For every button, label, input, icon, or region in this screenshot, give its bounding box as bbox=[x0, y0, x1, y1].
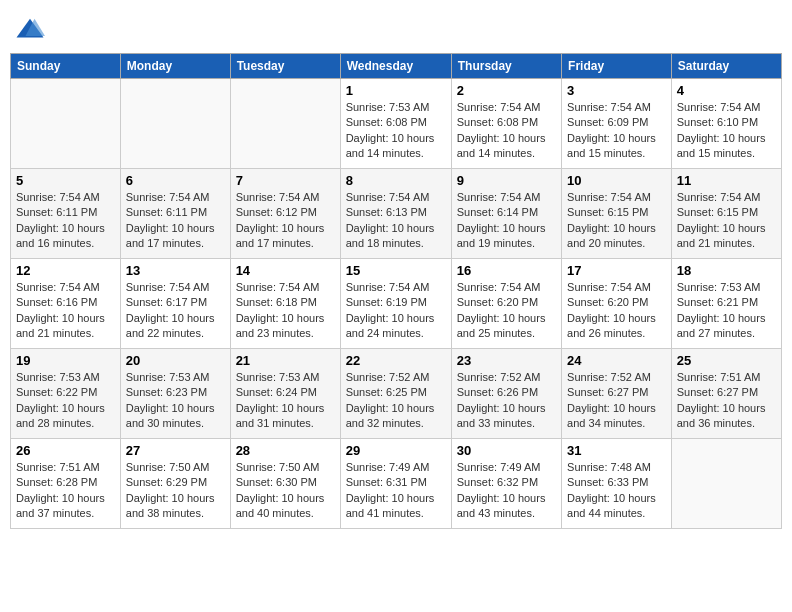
calendar-cell: 28Sunrise: 7:50 AMSunset: 6:30 PMDayligh… bbox=[230, 439, 340, 529]
day-number: 19 bbox=[16, 353, 115, 368]
day-number: 23 bbox=[457, 353, 556, 368]
day-header-sunday: Sunday bbox=[11, 54, 121, 79]
logo-icon bbox=[15, 15, 45, 45]
calendar-cell: 3Sunrise: 7:54 AMSunset: 6:09 PMDaylight… bbox=[562, 79, 672, 169]
day-number: 8 bbox=[346, 173, 446, 188]
calendar-cell: 29Sunrise: 7:49 AMSunset: 6:31 PMDayligh… bbox=[340, 439, 451, 529]
day-number: 13 bbox=[126, 263, 225, 278]
calendar-week-2: 5Sunrise: 7:54 AMSunset: 6:11 PMDaylight… bbox=[11, 169, 782, 259]
day-info: Sunrise: 7:54 AMSunset: 6:13 PMDaylight:… bbox=[346, 190, 446, 252]
day-number: 6 bbox=[126, 173, 225, 188]
logo bbox=[15, 15, 49, 45]
calendar-cell: 15Sunrise: 7:54 AMSunset: 6:19 PMDayligh… bbox=[340, 259, 451, 349]
day-info: Sunrise: 7:54 AMSunset: 6:09 PMDaylight:… bbox=[567, 100, 666, 162]
calendar-cell: 5Sunrise: 7:54 AMSunset: 6:11 PMDaylight… bbox=[11, 169, 121, 259]
day-info: Sunrise: 7:50 AMSunset: 6:29 PMDaylight:… bbox=[126, 460, 225, 522]
day-info: Sunrise: 7:54 AMSunset: 6:14 PMDaylight:… bbox=[457, 190, 556, 252]
calendar-cell: 10Sunrise: 7:54 AMSunset: 6:15 PMDayligh… bbox=[562, 169, 672, 259]
day-info: Sunrise: 7:54 AMSunset: 6:17 PMDaylight:… bbox=[126, 280, 225, 342]
calendar-week-4: 19Sunrise: 7:53 AMSunset: 6:22 PMDayligh… bbox=[11, 349, 782, 439]
day-header-friday: Friday bbox=[562, 54, 672, 79]
day-info: Sunrise: 7:50 AMSunset: 6:30 PMDaylight:… bbox=[236, 460, 335, 522]
calendar-cell: 13Sunrise: 7:54 AMSunset: 6:17 PMDayligh… bbox=[120, 259, 230, 349]
day-number: 12 bbox=[16, 263, 115, 278]
day-header-wednesday: Wednesday bbox=[340, 54, 451, 79]
day-header-saturday: Saturday bbox=[671, 54, 781, 79]
day-info: Sunrise: 7:54 AMSunset: 6:12 PMDaylight:… bbox=[236, 190, 335, 252]
day-info: Sunrise: 7:54 AMSunset: 6:18 PMDaylight:… bbox=[236, 280, 335, 342]
calendar-cell: 20Sunrise: 7:53 AMSunset: 6:23 PMDayligh… bbox=[120, 349, 230, 439]
day-number: 16 bbox=[457, 263, 556, 278]
day-info: Sunrise: 7:52 AMSunset: 6:27 PMDaylight:… bbox=[567, 370, 666, 432]
calendar-header-row: SundayMondayTuesdayWednesdayThursdayFrid… bbox=[11, 54, 782, 79]
calendar-cell: 25Sunrise: 7:51 AMSunset: 6:27 PMDayligh… bbox=[671, 349, 781, 439]
page-header bbox=[10, 10, 782, 45]
calendar-cell: 11Sunrise: 7:54 AMSunset: 6:15 PMDayligh… bbox=[671, 169, 781, 259]
calendar-cell bbox=[120, 79, 230, 169]
calendar-cell bbox=[11, 79, 121, 169]
day-info: Sunrise: 7:54 AMSunset: 6:20 PMDaylight:… bbox=[457, 280, 556, 342]
calendar-cell: 30Sunrise: 7:49 AMSunset: 6:32 PMDayligh… bbox=[451, 439, 561, 529]
calendar-cell: 1Sunrise: 7:53 AMSunset: 6:08 PMDaylight… bbox=[340, 79, 451, 169]
day-info: Sunrise: 7:54 AMSunset: 6:15 PMDaylight:… bbox=[677, 190, 776, 252]
day-header-monday: Monday bbox=[120, 54, 230, 79]
day-info: Sunrise: 7:53 AMSunset: 6:23 PMDaylight:… bbox=[126, 370, 225, 432]
day-number: 20 bbox=[126, 353, 225, 368]
day-number: 9 bbox=[457, 173, 556, 188]
day-number: 14 bbox=[236, 263, 335, 278]
calendar-week-3: 12Sunrise: 7:54 AMSunset: 6:16 PMDayligh… bbox=[11, 259, 782, 349]
calendar-body: 1Sunrise: 7:53 AMSunset: 6:08 PMDaylight… bbox=[11, 79, 782, 529]
day-info: Sunrise: 7:54 AMSunset: 6:08 PMDaylight:… bbox=[457, 100, 556, 162]
day-number: 11 bbox=[677, 173, 776, 188]
calendar-cell: 14Sunrise: 7:54 AMSunset: 6:18 PMDayligh… bbox=[230, 259, 340, 349]
day-info: Sunrise: 7:48 AMSunset: 6:33 PMDaylight:… bbox=[567, 460, 666, 522]
calendar-cell: 17Sunrise: 7:54 AMSunset: 6:20 PMDayligh… bbox=[562, 259, 672, 349]
day-info: Sunrise: 7:54 AMSunset: 6:11 PMDaylight:… bbox=[126, 190, 225, 252]
day-number: 2 bbox=[457, 83, 556, 98]
day-number: 10 bbox=[567, 173, 666, 188]
day-number: 31 bbox=[567, 443, 666, 458]
calendar-cell bbox=[230, 79, 340, 169]
calendar-cell: 9Sunrise: 7:54 AMSunset: 6:14 PMDaylight… bbox=[451, 169, 561, 259]
day-number: 24 bbox=[567, 353, 666, 368]
calendar-cell: 18Sunrise: 7:53 AMSunset: 6:21 PMDayligh… bbox=[671, 259, 781, 349]
calendar-cell: 12Sunrise: 7:54 AMSunset: 6:16 PMDayligh… bbox=[11, 259, 121, 349]
calendar-week-5: 26Sunrise: 7:51 AMSunset: 6:28 PMDayligh… bbox=[11, 439, 782, 529]
calendar-cell: 19Sunrise: 7:53 AMSunset: 6:22 PMDayligh… bbox=[11, 349, 121, 439]
day-info: Sunrise: 7:52 AMSunset: 6:25 PMDaylight:… bbox=[346, 370, 446, 432]
day-info: Sunrise: 7:51 AMSunset: 6:28 PMDaylight:… bbox=[16, 460, 115, 522]
day-number: 25 bbox=[677, 353, 776, 368]
day-number: 29 bbox=[346, 443, 446, 458]
calendar-cell: 31Sunrise: 7:48 AMSunset: 6:33 PMDayligh… bbox=[562, 439, 672, 529]
calendar-cell: 23Sunrise: 7:52 AMSunset: 6:26 PMDayligh… bbox=[451, 349, 561, 439]
day-number: 5 bbox=[16, 173, 115, 188]
day-number: 7 bbox=[236, 173, 335, 188]
day-info: Sunrise: 7:54 AMSunset: 6:11 PMDaylight:… bbox=[16, 190, 115, 252]
day-info: Sunrise: 7:49 AMSunset: 6:32 PMDaylight:… bbox=[457, 460, 556, 522]
day-number: 22 bbox=[346, 353, 446, 368]
calendar-cell: 8Sunrise: 7:54 AMSunset: 6:13 PMDaylight… bbox=[340, 169, 451, 259]
day-info: Sunrise: 7:54 AMSunset: 6:10 PMDaylight:… bbox=[677, 100, 776, 162]
day-info: Sunrise: 7:53 AMSunset: 6:08 PMDaylight:… bbox=[346, 100, 446, 162]
day-number: 21 bbox=[236, 353, 335, 368]
calendar-cell: 26Sunrise: 7:51 AMSunset: 6:28 PMDayligh… bbox=[11, 439, 121, 529]
day-info: Sunrise: 7:53 AMSunset: 6:24 PMDaylight:… bbox=[236, 370, 335, 432]
day-number: 30 bbox=[457, 443, 556, 458]
day-header-tuesday: Tuesday bbox=[230, 54, 340, 79]
calendar-cell bbox=[671, 439, 781, 529]
calendar-cell: 7Sunrise: 7:54 AMSunset: 6:12 PMDaylight… bbox=[230, 169, 340, 259]
day-info: Sunrise: 7:54 AMSunset: 6:20 PMDaylight:… bbox=[567, 280, 666, 342]
day-info: Sunrise: 7:54 AMSunset: 6:16 PMDaylight:… bbox=[16, 280, 115, 342]
day-header-thursday: Thursday bbox=[451, 54, 561, 79]
day-number: 1 bbox=[346, 83, 446, 98]
day-number: 15 bbox=[346, 263, 446, 278]
day-number: 28 bbox=[236, 443, 335, 458]
calendar-cell: 22Sunrise: 7:52 AMSunset: 6:25 PMDayligh… bbox=[340, 349, 451, 439]
calendar-cell: 21Sunrise: 7:53 AMSunset: 6:24 PMDayligh… bbox=[230, 349, 340, 439]
day-info: Sunrise: 7:49 AMSunset: 6:31 PMDaylight:… bbox=[346, 460, 446, 522]
day-number: 3 bbox=[567, 83, 666, 98]
day-number: 26 bbox=[16, 443, 115, 458]
calendar-cell: 4Sunrise: 7:54 AMSunset: 6:10 PMDaylight… bbox=[671, 79, 781, 169]
calendar-table: SundayMondayTuesdayWednesdayThursdayFrid… bbox=[10, 53, 782, 529]
calendar-cell: 27Sunrise: 7:50 AMSunset: 6:29 PMDayligh… bbox=[120, 439, 230, 529]
